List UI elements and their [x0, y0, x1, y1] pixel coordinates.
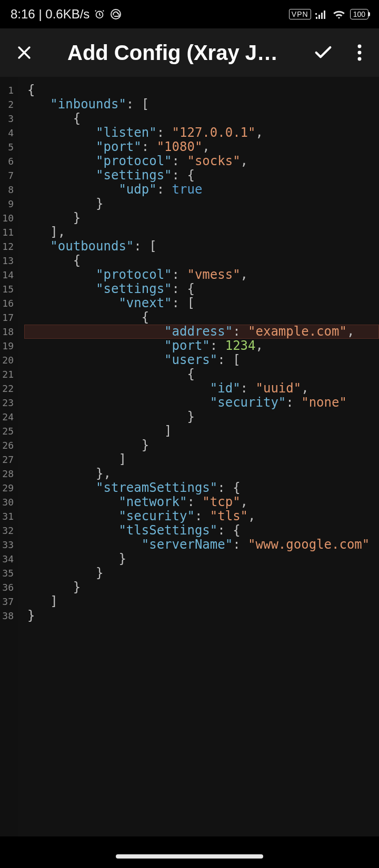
code-line[interactable]: "serverName": "www.google.com" [24, 538, 379, 552]
code-line[interactable]: } [24, 552, 379, 566]
line-gutter: 1234567891011121314151617181920212223242… [0, 77, 18, 836]
wifi-icon [332, 8, 346, 20]
code-line[interactable]: "tlsSettings": { [24, 523, 379, 538]
code-line[interactable]: "security": "tls", [24, 509, 379, 523]
confirm-button[interactable] [311, 40, 336, 65]
code-line[interactable]: } [24, 197, 379, 211]
code-line[interactable]: "udp": true [24, 183, 379, 197]
code-line[interactable]: } [24, 211, 379, 225]
code-line[interactable]: "security": "none" [24, 396, 379, 410]
svg-rect-6 [315, 13, 317, 15]
code-line[interactable]: "outbounds": [ [24, 239, 379, 254]
code-line[interactable]: "vnext": [ [24, 296, 379, 310]
alarm-icon [94, 8, 105, 20]
code-line[interactable]: } [24, 566, 379, 580]
code-line[interactable]: "settings": { [24, 282, 379, 296]
code-line[interactable]: "address": "example.com", [24, 325, 379, 339]
code-line[interactable]: { [24, 83, 379, 97]
code-line[interactable]: ] [24, 424, 379, 438]
code-line[interactable]: { [24, 254, 379, 268]
code-line[interactable]: "inbounds": [ [24, 97, 379, 112]
code-line[interactable]: "id": "uuid", [24, 381, 379, 396]
code-editor[interactable]: 1234567891011121314151617181920212223242… [0, 77, 379, 836]
svg-point-7 [358, 45, 362, 48]
svg-point-8 [358, 51, 362, 55]
nav-handle[interactable] [0, 854, 379, 859]
code-line[interactable]: ], [24, 225, 379, 239]
code-line[interactable]: "port": "1080", [24, 140, 379, 154]
cloud-icon [109, 8, 122, 21]
svg-rect-3 [318, 15, 320, 19]
close-button[interactable] [12, 40, 37, 65]
code-line[interactable]: ] [24, 594, 379, 609]
code-line[interactable]: { [24, 310, 379, 325]
code-line[interactable]: "protocol": "vmess", [24, 268, 379, 282]
status-bar: 8:16 | 0.6KB/s VPN 100 [0, 0, 379, 28]
code-line[interactable]: } [24, 438, 379, 452]
code-line[interactable]: "listen": "127.0.0.1", [24, 126, 379, 140]
code-line[interactable]: "network": "tcp", [24, 495, 379, 509]
code-line[interactable]: } [24, 580, 379, 594]
app-bar: Add Config (Xray J… [0, 28, 379, 77]
more-button[interactable] [352, 40, 367, 65]
battery-badge: 100 [350, 9, 368, 19]
code-line[interactable]: { [24, 367, 379, 381]
code-line[interactable]: ] [24, 452, 379, 467]
signal-icon [315, 8, 328, 20]
code-line[interactable]: "streamSettings": { [24, 481, 379, 495]
svg-rect-4 [321, 13, 323, 19]
code-line[interactable]: } [24, 410, 379, 424]
code-area[interactable]: { "inbounds": [ { "listen": "127.0.0.1",… [18, 77, 379, 836]
vpn-badge: VPN [289, 9, 311, 19]
svg-point-9 [358, 57, 362, 61]
status-time: 8:16 | 0.6KB/s [11, 7, 89, 22]
svg-rect-2 [316, 17, 317, 19]
code-line[interactable]: "settings": { [24, 168, 379, 183]
code-line[interactable]: } [24, 609, 379, 623]
code-line[interactable]: "port": 1234, [24, 339, 379, 353]
code-line[interactable]: { [24, 112, 379, 126]
appbar-title: Add Config (Xray J… [67, 41, 295, 65]
code-line[interactable]: "users": [ [24, 353, 379, 367]
code-line[interactable]: "protocol": "socks", [24, 154, 379, 168]
code-line[interactable]: }, [24, 467, 379, 481]
svg-rect-5 [324, 11, 325, 19]
